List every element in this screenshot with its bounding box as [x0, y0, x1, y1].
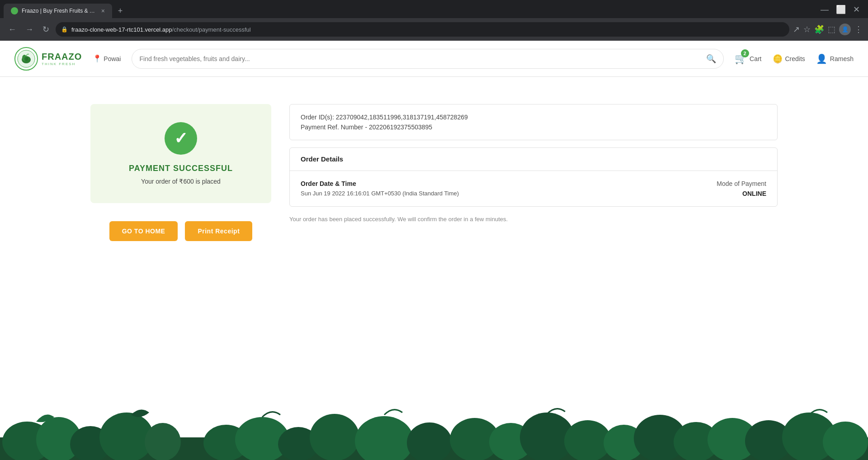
browser-toolbar: ← → ↻ 🔒 fraazo-clone-web-17-rtc101.verce… — [0, 18, 868, 41]
url-text: fraazo-clone-web-17-rtc101.vercel.app/ch… — [71, 26, 251, 33]
order-details-header-text: Order Details — [301, 155, 343, 163]
payment-ref-text: Payment Ref. Number - 202206192375503895 — [301, 123, 766, 131]
svg-rect-4 — [0, 437, 868, 460]
cart-button[interactable]: 2 🛒 Cart — [735, 53, 761, 65]
success-icon-circle: ✓ — [165, 122, 197, 155]
browser-profile-avatar[interactable]: 👤 — [839, 24, 851, 35]
share-icon[interactable]: ↗ — [793, 24, 800, 34]
order-date-value: Sun Jun 19 2022 16:16:01 GMT+0530 (India… — [301, 190, 459, 197]
back-button[interactable]: ← — [5, 23, 19, 36]
tab-title: Fraazo | Buy Fresh Fruits & Vegita — [22, 8, 98, 14]
veggie-footer-svg — [0, 401, 868, 460]
credits-label: Credits — [785, 55, 805, 62]
svg-point-15 — [407, 422, 452, 460]
left-section: ✓ PAYMENT SUCCESSFUL Your order of ₹600 … — [90, 104, 271, 241]
location-icon: 📍 — [93, 54, 102, 63]
payment-success-subtitle: Your order of ₹600 is placed — [141, 178, 221, 185]
svg-point-14 — [355, 416, 414, 460]
order-details-body: Order Date & Time Sun Jun 19 2022 16:16:… — [290, 171, 777, 206]
browser-menu-icon[interactable]: ⋮ — [854, 24, 863, 34]
logo-inner — [15, 48, 37, 70]
fraazo-logo-svg — [17, 50, 35, 68]
svg-point-9 — [145, 423, 181, 460]
logo-area: FRAAZO THINK FRESH — [14, 47, 82, 71]
svg-point-18 — [520, 413, 574, 460]
action-buttons: GO TO HOME Print Receipt — [109, 221, 253, 241]
credits-button[interactable]: 🪙 Credits — [773, 54, 805, 64]
logo-brand: FRAAZO — [42, 52, 82, 62]
search-icon: 🔍 — [706, 54, 716, 64]
svg-point-5 — [2, 422, 52, 460]
window-maximize-button[interactable]: ⬜ — [833, 4, 849, 15]
svg-point-26 — [823, 422, 868, 460]
svg-point-23 — [708, 418, 757, 460]
svg-point-8 — [99, 413, 154, 460]
main-content: ✓ PAYMENT SUCCESSFUL Your order of ₹600 … — [0, 77, 868, 268]
payment-mode-value: ONLINE — [717, 190, 766, 197]
payment-success-title: PAYMENT SUCCESSFUL — [129, 164, 233, 173]
svg-point-22 — [674, 422, 719, 460]
veggie-footer — [0, 401, 868, 460]
svg-point-12 — [278, 427, 319, 460]
order-id-box: Order ID(s): 223709042,183511996,3181371… — [289, 104, 778, 140]
order-details-header: Order Details — [290, 148, 777, 171]
location-text: Powai — [104, 55, 121, 62]
logo-circle — [14, 47, 38, 71]
address-bar[interactable]: 🔒 fraazo-clone-web-17-rtc101.vercel.app/… — [56, 22, 789, 37]
window-close-button[interactable]: ✕ — [850, 4, 863, 15]
go-to-home-button[interactable]: GO TO HOME — [109, 221, 178, 241]
tab-favicon — [11, 7, 18, 14]
user-button[interactable]: 👤 Ramesh — [816, 53, 854, 64]
svg-point-25 — [782, 413, 836, 460]
logo-tagline: THINK FRESH — [42, 62, 82, 66]
logo-text-area: FRAAZO THINK FRESH — [42, 52, 82, 66]
nav-actions: 2 🛒 Cart 🪙 Credits 👤 Ramesh — [735, 53, 854, 65]
cart-badge: 2 — [741, 49, 749, 57]
window-minimize-button[interactable]: — — [818, 4, 831, 15]
user-label: Ramesh — [830, 55, 854, 62]
order-details-box: Order Details Order Date & Time Sun Jun … — [289, 147, 778, 207]
lock-icon: 🔒 — [61, 26, 68, 33]
svg-point-3 — [24, 57, 28, 61]
credits-icon: 🪙 — [773, 54, 783, 64]
bookmark-icon[interactable]: ☆ — [803, 24, 811, 34]
order-confirmation-text: Your order has been placed successfully.… — [289, 214, 778, 224]
svg-point-10 — [203, 425, 249, 460]
extensions-icon[interactable]: 🧩 — [814, 24, 824, 34]
svg-point-20 — [604, 425, 644, 460]
search-bar[interactable]: 🔍 — [132, 49, 724, 69]
order-date-label: Order Date & Time — [301, 180, 459, 187]
location-area[interactable]: 📍 Powai — [93, 54, 121, 63]
svg-point-19 — [564, 420, 611, 460]
print-receipt-button[interactable]: Print Receipt — [185, 221, 252, 241]
order-date-section: Order Date & Time Sun Jun 19 2022 16:16:… — [301, 180, 459, 197]
order-details-section: Order ID(s): 223709042,183511996,3181371… — [289, 104, 778, 224]
svg-point-7 — [70, 426, 111, 460]
toolbar-actions: ↗ ☆ 🧩 ⬚ 👤 ⋮ — [793, 24, 863, 35]
checkmark-icon: ✓ — [174, 129, 188, 148]
app-wrapper: FRAAZO THINK FRESH 📍 Powai 🔍 2 🛒 Cart 🪙 … — [0, 41, 868, 460]
svg-point-13 — [310, 414, 359, 460]
svg-point-17 — [489, 423, 533, 460]
window-controls: — ⬜ ✕ — [818, 4, 863, 15]
svg-point-24 — [745, 420, 792, 460]
cart-label: Cart — [750, 55, 761, 62]
svg-point-6 — [36, 417, 81, 460]
new-tab-button[interactable]: + — [114, 5, 127, 17]
app-header: FRAAZO THINK FRESH 📍 Powai 🔍 2 🛒 Cart 🪙 … — [0, 41, 868, 77]
tab-close-icon[interactable]: × — [101, 7, 105, 14]
svg-point-16 — [450, 418, 500, 460]
forward-button[interactable]: → — [23, 23, 36, 36]
svg-point-21 — [634, 415, 686, 460]
user-icon: 👤 — [816, 53, 827, 64]
payment-mode-label: Mode of Payment — [717, 180, 766, 187]
sidebar-toggle-icon[interactable]: ⬚ — [828, 24, 835, 34]
browser-tabs-row: Fraazo | Buy Fresh Fruits & Vegita × + —… — [0, 0, 868, 18]
search-input[interactable] — [139, 55, 703, 62]
order-id-text: Order ID(s): 223709042,183511996,3181371… — [301, 114, 766, 121]
refresh-button[interactable]: ↻ — [40, 23, 52, 36]
browser-tab[interactable]: Fraazo | Buy Fresh Fruits & Vegita × — [4, 4, 112, 18]
payment-mode-section: Mode of Payment ONLINE — [717, 180, 766, 197]
svg-point-11 — [235, 417, 289, 460]
success-card: ✓ PAYMENT SUCCESSFUL Your order of ₹600 … — [90, 104, 271, 203]
